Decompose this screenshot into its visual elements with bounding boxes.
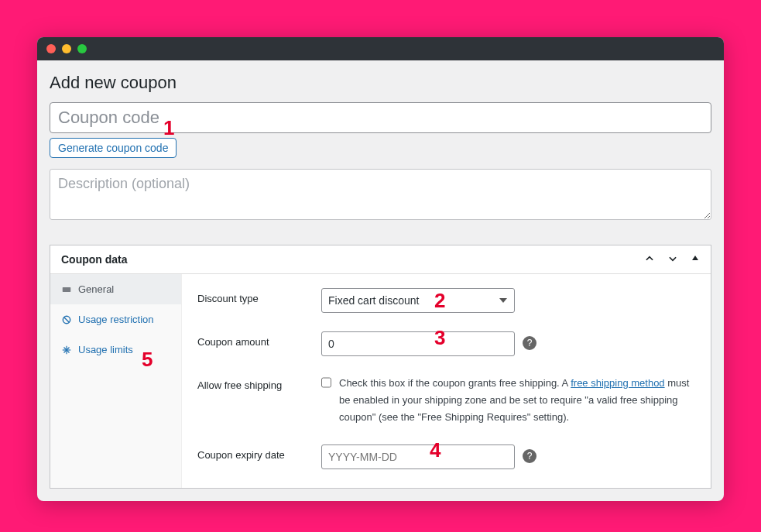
- discount-type-label: Discount type: [197, 288, 321, 304]
- chevron-down-icon[interactable]: [667, 253, 678, 266]
- free-shipping-checkbox[interactable]: [321, 376, 331, 389]
- tab-label: Usage limits: [78, 344, 133, 355]
- general-fields: Discount type Fixed cart discount Coupon…: [182, 274, 711, 488]
- free-shipping-method-link[interactable]: free shipping method: [571, 377, 664, 389]
- no-entry-icon: [61, 314, 72, 325]
- panel-tabs: General Usage restriction Usage limits: [50, 274, 182, 488]
- coupon-data-panel: Coupon data: [50, 245, 711, 489]
- tab-usage-restriction[interactable]: Usage restriction: [50, 304, 181, 335]
- limits-icon: [61, 345, 72, 355]
- collapse-icon[interactable]: [691, 253, 700, 266]
- description-input[interactable]: [50, 169, 711, 220]
- titlebar: [37, 37, 724, 60]
- page-content: Add new coupon Generate coupon code Coup…: [37, 60, 724, 501]
- free-shipping-label: Allow free shipping: [197, 375, 321, 391]
- coupon-amount-input[interactable]: [321, 331, 515, 356]
- tab-general[interactable]: General: [50, 274, 181, 304]
- svg-rect-1: [63, 287, 71, 292]
- expiry-input[interactable]: [321, 444, 515, 469]
- window-maximize-icon[interactable]: [77, 44, 87, 53]
- tab-label: Usage restriction: [78, 314, 154, 325]
- help-icon[interactable]: ?: [523, 449, 536, 463]
- window-close-icon[interactable]: [46, 44, 56, 53]
- panel-body: General Usage restriction Usage limits: [50, 274, 711, 488]
- panel-title: Coupon data: [61, 253, 128, 266]
- coupon-code-input[interactable]: [50, 102, 711, 133]
- panel-header: Coupon data: [50, 245, 711, 274]
- svg-line-3: [64, 317, 70, 322]
- page-title: Add new coupon: [50, 73, 711, 93]
- help-icon[interactable]: ?: [523, 336, 536, 350]
- app-window: Add new coupon Generate coupon code Coup…: [37, 37, 724, 501]
- window-minimize-icon[interactable]: [62, 44, 71, 53]
- coupon-amount-label: Coupon amount: [197, 331, 321, 348]
- tab-usage-limits[interactable]: Usage limits: [50, 335, 181, 365]
- tab-label: General: [78, 283, 114, 295]
- svg-marker-0: [692, 256, 698, 260]
- expiry-label: Coupon expiry date: [197, 444, 321, 461]
- generate-code-button[interactable]: Generate coupon code: [50, 138, 177, 158]
- discount-type-select[interactable]: Fixed cart discount: [321, 288, 515, 313]
- free-shipping-hint: Check this box if the coupon grants free…: [339, 375, 695, 426]
- ticket-icon: [61, 284, 72, 295]
- chevron-up-icon[interactable]: [644, 253, 655, 266]
